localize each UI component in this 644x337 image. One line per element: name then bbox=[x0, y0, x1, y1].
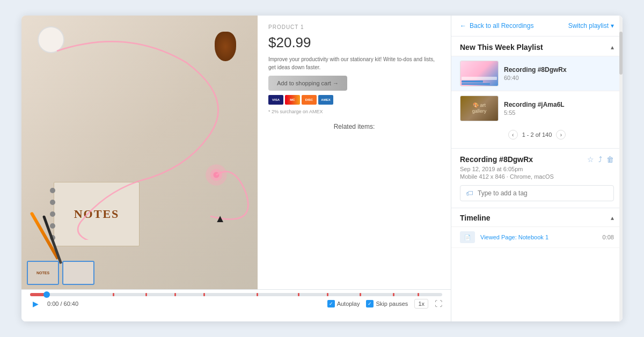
pagination-text: 1 - 2 of 140 bbox=[522, 131, 552, 138]
autoplay-toggle[interactable]: ✓ Autoplay bbox=[327, 300, 360, 307]
playlist-thumb-1 bbox=[460, 61, 499, 86]
timeline-item-0: 📄 Viewed Page: Notebook 1 0:08 bbox=[451, 227, 623, 248]
playlist-section: New This Week Playlist ▴ Recording #8Dgw… bbox=[451, 36, 623, 149]
scrollbar-thumb[interactable] bbox=[619, 32, 623, 75]
timeline-title: Timeline bbox=[460, 214, 491, 222]
switch-playlist-label: Switch playlist bbox=[568, 22, 609, 30]
playlist-item-1-duration: 60:40 bbox=[504, 75, 614, 81]
autoplay-checkbox[interactable]: ✓ bbox=[327, 300, 335, 307]
progress-thumb[interactable] bbox=[43, 291, 50, 298]
timeline-icon-box: 📄 bbox=[460, 231, 475, 243]
notes-book-image: NOTES bbox=[54, 182, 140, 246]
star-icon[interactable]: ☆ bbox=[587, 155, 594, 164]
payment-icons: VISA MC DISC AMEX bbox=[268, 95, 440, 105]
timeline-section: Timeline ▴ 📄 Viewed Page: Notebook 1 0:0… bbox=[451, 208, 623, 321]
collapse-timeline-icon[interactable]: ▴ bbox=[611, 214, 614, 222]
chevron-down-icon: ▾ bbox=[611, 22, 614, 30]
back-link-label: Back to all Recordings bbox=[470, 22, 533, 30]
product-image-area: NOTES bbox=[21, 16, 258, 289]
autoplay-label: Autoplay bbox=[337, 301, 360, 307]
switch-playlist-button[interactable]: Switch playlist ▾ bbox=[568, 22, 614, 30]
scrollbar-track bbox=[619, 16, 623, 321]
timeline-marker bbox=[174, 293, 176, 296]
add-to-cart-button[interactable]: Add to shopping cart → bbox=[268, 76, 347, 91]
discover-icon: DISC bbox=[302, 95, 317, 105]
fullscreen-button[interactable]: ⛶ bbox=[435, 299, 442, 308]
thumbnail-blank[interactable] bbox=[62, 261, 94, 285]
back-arrow-icon: ← bbox=[460, 22, 466, 30]
playlist-item-2-duration: 5:55 bbox=[504, 109, 614, 116]
skip-pauses-toggle[interactable]: ✓ Skip pauses bbox=[366, 300, 408, 307]
product-label: PRODUCT 1 bbox=[268, 24, 440, 30]
related-items-label: Related items: bbox=[268, 119, 440, 135]
prev-page-button[interactable]: ‹ bbox=[508, 130, 518, 140]
playlist-header: New This Week Playlist ▴ bbox=[451, 36, 623, 56]
playlist-item-2-info: Recording #jAma6L 5:55 bbox=[504, 101, 614, 116]
tag-icon: 🏷 bbox=[466, 189, 473, 197]
right-panel: ← Back to all Recordings Switch playlist… bbox=[451, 16, 623, 321]
playlist-item-1[interactable]: Recording #8DgwRx 60:40 bbox=[451, 56, 623, 91]
surcharge-note: * 2% surcharge on AMEX bbox=[268, 109, 440, 114]
playlist-item-1-info: Recording #8DgwRx 60:40 bbox=[504, 66, 614, 81]
tag-input-row[interactable]: 🏷 bbox=[460, 185, 614, 201]
player-controls: ▶ 0:00 / 60:40 ✓ Autoplay ✓ Skip pauses … bbox=[21, 289, 451, 321]
video-area: NOTES bbox=[21, 16, 451, 289]
recording-device: Mobile 412 x 846 · Chrome, macOS bbox=[460, 173, 614, 180]
controls-row: ▶ 0:00 / 60:40 ✓ Autoplay ✓ Skip pauses … bbox=[30, 298, 442, 309]
page-icon: 📄 bbox=[464, 235, 471, 240]
thumbnail-notes[interactable]: NOTES bbox=[27, 261, 59, 285]
timeline-marker bbox=[360, 293, 361, 296]
play-button[interactable]: ▶ bbox=[30, 298, 41, 309]
timeline-marker bbox=[203, 293, 205, 296]
product-image-bg: NOTES bbox=[21, 16, 258, 289]
collapse-playlist-icon[interactable]: ▴ bbox=[611, 43, 614, 51]
playlist-title: New This Week Playlist bbox=[460, 43, 543, 52]
recording-info-section: Recording #8DgwRx ☆ ⤴ 🗑 Sep 12, 2019 at … bbox=[451, 149, 623, 208]
playlist-item-1-title: Recording #8DgwRx bbox=[504, 66, 614, 74]
playlist-thumb-2: 🎨 artgallery bbox=[460, 96, 499, 121]
amex-icon: AMEX bbox=[318, 95, 333, 105]
progress-bar[interactable] bbox=[30, 293, 442, 296]
delete-icon[interactable]: 🗑 bbox=[606, 155, 614, 164]
visa-icon: VISA bbox=[268, 95, 283, 105]
right-panel-header: ← Back to all Recordings Switch playlist… bbox=[451, 16, 623, 36]
recording-date: Sep 12, 2019 at 6:05pm bbox=[460, 166, 614, 172]
timeline-marker bbox=[327, 293, 328, 296]
timeline-header: Timeline ▴ bbox=[451, 208, 623, 227]
timeline-marker bbox=[145, 293, 147, 296]
recording-title: Recording #8DgwRx bbox=[460, 155, 533, 164]
controls-right: ✓ Autoplay ✓ Skip pauses 1x ⛶ bbox=[327, 299, 442, 309]
playlist-item-2[interactable]: 🎨 artgallery Recording #jAma6L 5:55 bbox=[451, 91, 623, 126]
timeline-marker bbox=[113, 293, 114, 296]
product-thumbnails: NOTES bbox=[27, 261, 94, 285]
timeline-item-time: 0:08 bbox=[603, 234, 614, 240]
timeline-marker bbox=[298, 293, 299, 296]
timeline-item-label: Viewed Page: Notebook 1 bbox=[480, 234, 597, 240]
next-page-button[interactable]: › bbox=[556, 130, 566, 140]
skip-pauses-label: Skip pauses bbox=[376, 301, 408, 307]
recording-screenshot: NOTES bbox=[21, 16, 451, 289]
share-icon[interactable]: ⤴ bbox=[598, 155, 602, 164]
speed-control[interactable]: 1x bbox=[414, 299, 428, 309]
timeline-marker bbox=[257, 293, 258, 296]
coffee-cup-image bbox=[38, 26, 64, 53]
tag-input[interactable] bbox=[478, 189, 608, 197]
main-container: NOTES bbox=[21, 16, 623, 321]
timeline-marker bbox=[418, 293, 419, 296]
product-description: Improve your productivity with our stati… bbox=[268, 55, 440, 71]
left-panel: NOTES bbox=[21, 16, 451, 321]
product-price: $20.99 bbox=[268, 34, 440, 51]
product-layout: NOTES bbox=[21, 16, 451, 289]
pagination: ‹ 1 - 2 of 140 › bbox=[451, 126, 623, 144]
mastercard-icon: MC bbox=[285, 95, 300, 105]
recording-title-row: Recording #8DgwRx ☆ ⤴ 🗑 bbox=[460, 155, 614, 164]
time-display: 0:00 / 60:40 bbox=[47, 301, 78, 307]
product-info-area: PRODUCT 1 $20.99 Improve your productivi… bbox=[258, 16, 451, 289]
pine-cone-image bbox=[215, 32, 236, 61]
playlist-item-2-title: Recording #jAma6L bbox=[504, 101, 614, 108]
recording-actions: ☆ ⤴ 🗑 bbox=[587, 155, 614, 164]
skip-pauses-checkbox[interactable]: ✓ bbox=[366, 300, 374, 307]
timeline-marker bbox=[393, 293, 394, 296]
back-to-recordings-link[interactable]: ← Back to all Recordings bbox=[460, 22, 533, 30]
